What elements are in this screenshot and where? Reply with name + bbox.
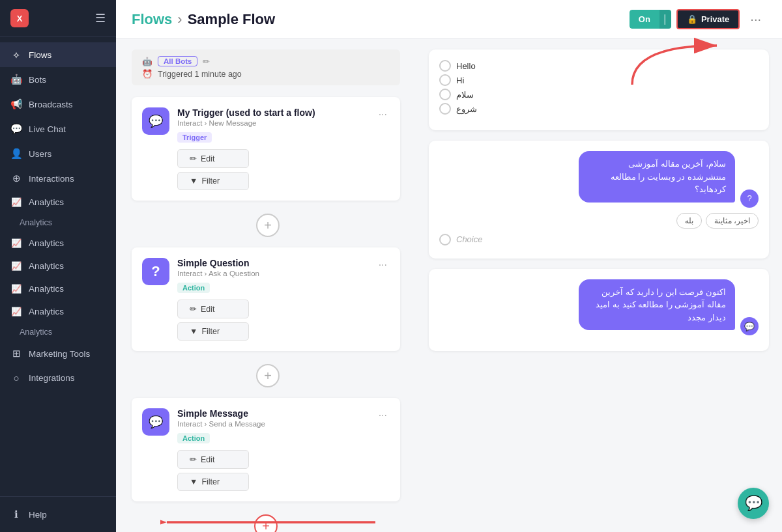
sidebar-label-analytics4: Analytics (29, 284, 64, 294)
sidebar-item-analytics2[interactable]: 📈 Analytics (0, 232, 116, 255)
red-arrow-bottom (160, 509, 382, 532)
message-card-icon: 💬 (142, 408, 169, 436)
chat-option-salam1: سلام (439, 89, 474, 100)
sidebar-item-bots[interactable]: 🤖 Bots (0, 67, 116, 92)
question-edit-label: Edit (201, 305, 215, 314)
trigger-card-actions: ✏ Edit ▼ Filter (177, 149, 390, 190)
more-options-button[interactable]: ··· (745, 9, 766, 29)
add-step-button-1[interactable]: + (256, 214, 280, 237)
chat-tag-bale[interactable]: بله (676, 213, 702, 229)
add-step-bottom-row: + (132, 509, 400, 532)
bot-bubble-1: سلام، آخرین مقاله آموزشی منتشرشده در وبس… (579, 151, 735, 203)
trigger-edit-button[interactable]: ✏ Edit (177, 149, 249, 168)
trigger-edit-label: Edit (201, 154, 215, 163)
sidebar-item-analytics4[interactable]: 📈 Analytics (0, 277, 116, 300)
sidebar-label-integrations: Integrations (29, 373, 75, 383)
page-title: Sample Flow (188, 11, 275, 28)
bot-filter-icon: 🤖 (142, 57, 152, 66)
sidebar-label-marketing: Marketing Tools (29, 349, 90, 359)
sidebar-label-analytics2: Analytics (29, 238, 64, 248)
flows-icon: ⟡ (10, 49, 22, 61)
main-content: Flows › Sample Flow On │ 🔒 Private ··· (116, 0, 782, 532)
breadcrumb-separator: › (177, 11, 182, 28)
app-logo[interactable]: X (10, 9, 29, 27)
private-button[interactable]: 🔒 Private (676, 9, 740, 29)
sidebar-item-help[interactable]: ℹ Help (10, 505, 106, 524)
analytics4-icon: 📈 (10, 284, 22, 294)
flow-card-question: ? Simple Question Interact › Ask a Quest… (132, 247, 400, 351)
sidebar-sub-analytics1[interactable]: Analytics (0, 214, 116, 232)
message-card-more[interactable]: ··· (376, 408, 390, 423)
sidebar-label-users: Users (29, 149, 51, 159)
sidebar-item-broadcasts[interactable]: 📢 Broadcasts (0, 92, 116, 117)
sidebar-item-analytics1[interactable]: 📈 Analytics (0, 191, 116, 214)
chat-option-hello: Hello (439, 60, 476, 72)
flow-card-question-header: ? Simple Question Interact › Ask a Quest… (142, 258, 390, 293)
sidebar-item-marketing[interactable]: ⊞ Marketing Tools (0, 341, 116, 366)
chat-tag-akhir[interactable]: اخیر، مثاینة (706, 213, 759, 229)
flow-card-trigger: 💬 My Trigger (used to start a flow) Inte… (132, 97, 400, 201)
edit-bots-icon[interactable]: ✏ (203, 57, 210, 66)
message-edit-icon: ✏ (190, 455, 197, 464)
chat-option-salam2: شروع (439, 103, 477, 115)
edit-icon: ✏ (190, 154, 197, 163)
question-card-more[interactable]: ··· (376, 258, 390, 272)
bots-icon: 🤖 (10, 74, 22, 85)
interactions-icon: ⊕ (10, 173, 22, 184)
trigger-card-info: My Trigger (used to start a flow) Intera… (177, 107, 368, 143)
chat-section-2: سلام، آخرین مقاله آموزشی منتشرشده در وبس… (429, 141, 769, 259)
message-card-subtitle: Interact › Send a Message (177, 420, 368, 428)
clock-icon: ⏰ (142, 69, 152, 79)
floating-chat-button[interactable]: 💬 (738, 488, 769, 519)
breadcrumb-link[interactable]: Flows (132, 11, 172, 28)
toggle-on-button[interactable]: On (630, 10, 659, 29)
sidebar-item-analytics5[interactable]: 📈 Analytics (0, 300, 116, 323)
sidebar-label-interactions: Interactions (29, 174, 74, 184)
sidebar-nav: ⟡ Flows 🤖 Bots 📢 Broadcasts 💬 Live Chat … (0, 37, 116, 496)
sidebar-item-integrations[interactable]: ○ Integrations (0, 366, 116, 390)
choice-label: Choice (456, 234, 482, 244)
message-filter-icon: ▼ (190, 477, 197, 486)
radio-choice (439, 234, 451, 245)
flow-card-message-header: 💬 Simple Message Interact › Send a Messa… (142, 408, 390, 443)
question-edit-button[interactable]: ✏ Edit (177, 300, 249, 318)
sidebar-item-flows[interactable]: ⟡ Flows (0, 42, 116, 67)
flow-card-message: 💬 Simple Message Interact › Send a Messa… (132, 398, 400, 501)
chat-section-1: Hello Hi سلام شروع (429, 49, 769, 130)
menu-icon[interactable]: ☰ (95, 11, 106, 25)
sidebar-item-users[interactable]: 👤 Users (0, 141, 116, 166)
sidebar-sub-analytics5[interactable]: Analytics (0, 323, 116, 341)
question-filter-button[interactable]: ▼ Filter (177, 322, 249, 341)
sidebar-item-analytics3[interactable]: 📈 Analytics (0, 255, 116, 277)
trigger-filter-button[interactable]: ▼ Filter (177, 172, 249, 190)
trigger-card-more[interactable]: ··· (376, 107, 390, 122)
flow-panel: 🤖 All Bots ✏ ⏰ Triggered 1 minute ago 💬 … (116, 39, 416, 532)
radio-salam2 (439, 103, 451, 115)
help-icon: ℹ (10, 509, 22, 520)
sidebar-item-livechat[interactable]: 💬 Live Chat (0, 117, 116, 141)
question-card-info: Simple Question Interact › Ask a Questio… (177, 258, 368, 293)
add-step-wrapper-2: + (136, 359, 400, 393)
option-salam1: سلام (456, 90, 474, 100)
private-label: Private (701, 14, 729, 24)
message-edit-button[interactable]: ✏ Edit (177, 450, 249, 469)
chat-user-options: Hello Hi سلام شروع (439, 60, 759, 115)
option-hello: Hello (456, 61, 476, 71)
add-step-button-2[interactable]: + (256, 364, 280, 387)
info-bar-trigger-row: ⏰ Triggered 1 minute ago (142, 69, 390, 79)
question-filter-icon: ▼ (190, 327, 197, 336)
toggle-divider-button[interactable]: │ (659, 10, 671, 29)
sidebar-label-analytics1: Analytics (29, 197, 64, 207)
question-action-tag: Action (177, 283, 210, 293)
sidebar-label-broadcasts: Broadcasts (29, 100, 73, 109)
analytics5-icon: 📈 (10, 307, 22, 316)
sidebar-item-interactions[interactable]: ⊕ Interactions (0, 166, 116, 191)
trigger-card-title: My Trigger (used to start a flow) (177, 107, 368, 118)
question-card-icon: ? (142, 258, 169, 285)
bot-avatar-1: ? (740, 189, 759, 208)
all-bots-tag[interactable]: All Bots (158, 56, 197, 66)
integrations-icon: ○ (10, 372, 22, 384)
bot-bubble-row-1: سلام، آخرین مقاله آموزشی منتشرشده در وبس… (439, 151, 759, 208)
question-card-actions: ✏ Edit ▼ Filter (177, 300, 390, 341)
message-filter-button[interactable]: ▼ Filter (177, 473, 249, 491)
